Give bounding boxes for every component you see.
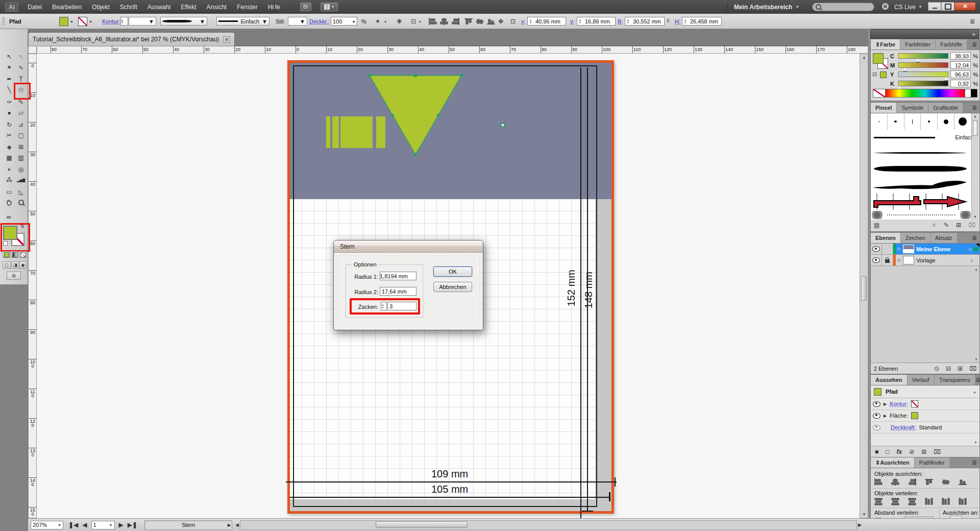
scale-tool-icon[interactable]: ⊿ (15, 119, 27, 130)
delete-layer-icon[interactable] (969, 365, 976, 372)
scroll-down-icon[interactable] (974, 441, 977, 444)
height-field[interactable]: 26,458 mm (682, 17, 722, 26)
maximize-button[interactable] (941, 2, 954, 11)
bridge-button[interactable]: Br (300, 3, 311, 11)
y-link[interactable]: y: (570, 18, 575, 25)
constrain-proportions-icon[interactable] (667, 18, 670, 23)
disclosure-triangle-icon[interactable]: ▷ (898, 258, 901, 262)
direct-selection-tool-icon[interactable]: ↖ (15, 51, 27, 62)
color-spectrum-bar[interactable] (873, 89, 977, 98)
align-bottom-icon[interactable] (486, 17, 496, 26)
symbol-sprayer-tool-icon[interactable]: ⁂ (4, 175, 15, 185)
draw-normal-button[interactable]: ◻ (3, 261, 11, 269)
calligraphic-brush-row[interactable] (871, 113, 971, 130)
pen-tool-icon[interactable]: ✒ (4, 74, 15, 84)
last-page-icon[interactable]: ▶❚ (128, 521, 137, 528)
new-fill-icon[interactable] (886, 448, 889, 455)
align-bottom-icon[interactable] (958, 478, 968, 486)
document-tab[interactable]: Tutorial_Schreibblock_A6_Illustrator.ai*… (28, 32, 235, 46)
menu-effekt[interactable]: Effekt (176, 0, 201, 14)
vertical-ruler[interactable]: 0102030405060708090100110120130140150 (28, 54, 37, 518)
ok-button[interactable]: OK (433, 267, 472, 277)
disclosure-triangle-icon[interactable]: ▶ (884, 414, 887, 418)
align-right-icon[interactable] (907, 478, 917, 486)
previous-page-icon[interactable] (82, 521, 87, 528)
workspace-switcher[interactable]: Mein Arbeitsbereich (734, 0, 799, 14)
ruler-origin-box[interactable] (28, 46, 37, 54)
status-field[interactable]: Stern (144, 520, 232, 530)
out-of-gamut-cube-icon[interactable]: ⊡ (872, 71, 877, 78)
scroll-up-icon[interactable] (973, 114, 977, 118)
white-swatch[interactable] (965, 89, 971, 97)
select-similar-icon[interactable] (375, 18, 380, 25)
x-link[interactable]: x: (521, 18, 526, 25)
aussehen-panel-menu-icon[interactable] (975, 375, 980, 385)
stroke-color-swatch[interactable] (78, 17, 87, 26)
scroll-left-icon[interactable] (235, 522, 239, 527)
gradient-tool-icon[interactable]: ▥ (15, 152, 27, 163)
tab-ebenen[interactable]: Ebenen (871, 233, 901, 243)
menu-fenster[interactable]: Fenster (232, 0, 263, 14)
opacity-field[interactable]: 100 (331, 17, 357, 26)
transform-icon[interactable] (498, 18, 503, 25)
page-number-select[interactable]: 1 (91, 521, 115, 529)
appearance-deckkraft-row[interactable]: Deckkraft: Standard (871, 422, 979, 433)
distribute-horizontal-center-icon[interactable] (941, 497, 951, 505)
pencil-tool-icon[interactable]: ✎ (15, 96, 27, 107)
anchor-point[interactable] (460, 74, 463, 77)
fill-color-chevron-icon[interactable] (70, 20, 74, 23)
mesh-tool-icon[interactable]: ▦ (4, 152, 15, 163)
duplicate-item-icon[interactable] (921, 448, 926, 455)
align-right-icon[interactable] (450, 17, 460, 26)
layer-name[interactable]: Meine Ebene (916, 246, 950, 252)
tab-farbhilfe[interactable]: Farbhilfe (936, 39, 967, 50)
tapered-brush-row[interactable] (871, 160, 977, 177)
lasso-tool-icon[interactable]: ∿ (15, 62, 27, 73)
visibility-eye-icon[interactable] (873, 425, 880, 430)
dock-collapse-bar[interactable] (870, 29, 979, 39)
hand-tool-icon[interactable] (4, 197, 15, 208)
menu-auswahl[interactable]: Auswahl (142, 0, 176, 14)
black-swatch[interactable] (971, 89, 977, 97)
visibility-eye-icon[interactable] (872, 246, 880, 252)
width-field[interactable]: 30,552 mm (625, 17, 665, 26)
panel-grip[interactable] (3, 17, 5, 26)
art-brush-row[interactable] (871, 177, 971, 194)
search-input[interactable] (812, 3, 874, 11)
scroll-up-icon[interactable] (862, 55, 866, 60)
deckkraft-link[interactable]: Deckkraft: (891, 424, 916, 430)
x-field[interactable]: 40,96 mm (527, 17, 566, 26)
tab-farbe[interactable]: ⇕ Farbe (871, 39, 900, 50)
lock-toggle-cell[interactable] (882, 255, 893, 266)
brush-scrollbar[interactable] (971, 113, 978, 220)
distribute-right-icon[interactable] (958, 497, 968, 505)
selection-indicator[interactable] (974, 247, 978, 251)
anchor-point-unselected[interactable] (501, 123, 505, 127)
appearance-kontur-row[interactable]: ▶ Kontur: (871, 398, 979, 410)
floral-pattern-brush-row[interactable] (871, 210, 971, 220)
recolor-artwork-icon[interactable] (397, 18, 402, 25)
zoom-tool-icon[interactable] (15, 197, 27, 208)
channel-slider[interactable] (898, 53, 948, 59)
next-page-icon[interactable] (119, 521, 124, 528)
align-vertical-center-icon[interactable] (475, 17, 485, 26)
tab-ausrichten[interactable]: ⇕ Ausrichten (871, 457, 915, 468)
b-link[interactable]: B: (618, 18, 623, 25)
farbe-panel-menu-icon[interactable] (969, 39, 979, 50)
radius1-field[interactable]: 1,8194 mm (380, 272, 416, 280)
farbe-fill-proxy[interactable] (873, 53, 884, 64)
tab-pathfinder[interactable]: Pathfinder (915, 457, 950, 468)
disclosure-triangle-icon[interactable]: ▷ (898, 247, 901, 251)
minimize-button[interactable] (928, 2, 941, 11)
arrow-pattern-brush-row[interactable] (871, 193, 971, 211)
eyedropper-tool-icon[interactable]: ⌖ (4, 164, 15, 175)
fill-color-swatch[interactable] (59, 17, 68, 26)
selection-tool-icon[interactable]: ↖ (4, 51, 15, 62)
channel-slider[interactable] (898, 71, 948, 77)
anchor-point[interactable] (368, 74, 371, 77)
arrange-documents-button[interactable] (321, 3, 338, 11)
channel-slider[interactable] (898, 62, 948, 68)
kontur-link[interactable]: Kontur: (890, 401, 908, 407)
horizontal-scroll-thumb[interactable] (376, 521, 468, 528)
channel-value-field[interactable]: 0,92 (950, 80, 971, 87)
